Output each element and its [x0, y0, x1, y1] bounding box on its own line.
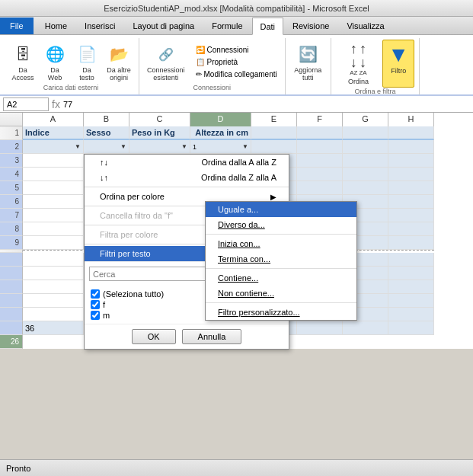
ribbon-btn-ordina[interactable]: ↑ ↓ AZ ↑ ↓ ZA Ordina [336, 40, 381, 88]
cell-7-h[interactable] [388, 209, 434, 222]
submenu-non-contiene[interactable]: Non contiene... [206, 286, 356, 301]
cell-2-g[interactable] [343, 140, 388, 154]
cell-2-e[interactable] [251, 140, 297, 154]
cell-b5-h[interactable] [388, 294, 434, 308]
cell-8-a[interactable] [23, 222, 84, 236]
cell-b6-h[interactable] [388, 308, 434, 321]
row-num-b1[interactable] [0, 253, 23, 267]
cell-1-h[interactable] [388, 126, 434, 140]
cell-8-h[interactable] [388, 222, 434, 236]
col-header-h[interactable]: H [388, 113, 434, 126]
cell-3-h[interactable] [388, 154, 434, 168]
tab-home[interactable]: Home [37, 18, 75, 34]
ribbon-small-btn-conn[interactable]: 🔁 Connessioni [193, 44, 280, 56]
ribbon-btn-altre[interactable]: 📂 Da altreorigini [104, 40, 134, 84]
tab-formule[interactable]: Formule [203, 18, 251, 34]
row-num-26[interactable]: 26 [0, 335, 23, 349]
row-num-b4[interactable] [0, 294, 23, 308]
sort-za-item[interactable]: ↓↑ Ordina dalla Z alla A [85, 170, 289, 185]
row-num-b5[interactable] [0, 308, 23, 321]
cell-b6-a[interactable] [23, 308, 84, 321]
row-num-8[interactable]: 8 [0, 222, 23, 236]
row-num-2[interactable]: 2 [0, 140, 23, 154]
cell-9-a[interactable] [23, 236, 84, 250]
check-m-input[interactable] [91, 311, 100, 320]
filter-dropdown-b[interactable]: ▼ [86, 143, 126, 150]
cell-b2-a[interactable] [23, 253, 84, 267]
tab-inserisci[interactable]: Inserisci [76, 18, 123, 34]
cell-1-e[interactable] [251, 126, 297, 140]
row-num-1[interactable]: 1 [0, 126, 23, 140]
filter-annulla-button[interactable]: Annulla [182, 329, 242, 344]
row-num-5[interactable]: 5 [0, 181, 23, 195]
sort-az-item[interactable]: ↑↓ Ordina dalla A alla Z [85, 155, 289, 170]
filter-dropdown-a[interactable]: ▼ [25, 143, 81, 150]
cell-b5-a[interactable] [23, 294, 84, 308]
ribbon-small-btn-mod[interactable]: ✏ Modifica collegamenti [193, 69, 280, 80]
cell-3-f[interactable] [297, 154, 343, 168]
submenu-contiene[interactable]: Contiene... [206, 270, 356, 286]
row-num-9[interactable]: 9 [0, 236, 23, 250]
check-all-input[interactable] [91, 289, 100, 299]
cell-4-h[interactable] [388, 168, 434, 181]
row-num-4[interactable]: 4 [0, 168, 23, 181]
cell-b4-h[interactable] [388, 280, 434, 294]
cell-26-g[interactable] [343, 321, 388, 335]
col-header-d[interactable]: D [190, 113, 251, 126]
cell-1-c[interactable]: Peso in Kg [129, 126, 190, 140]
tab-revisione[interactable]: Revisione [284, 18, 337, 34]
col-header-b[interactable]: B [84, 113, 129, 126]
cell-26-f[interactable] [297, 321, 343, 335]
cell-2-d[interactable]: 1▼ [190, 140, 251, 154]
filter-dropdown-d[interactable]: 1▼ [193, 143, 248, 151]
row-num-b3[interactable] [0, 280, 23, 294]
cell-1-d[interactable]: Altezza in cm [190, 126, 251, 140]
row-num-3[interactable]: 3 [0, 154, 23, 168]
cell-1-f[interactable] [297, 126, 343, 140]
cell-6-h[interactable] [388, 195, 434, 209]
submenu-uguale[interactable]: Uguale a... [206, 202, 356, 217]
cell-2-c[interactable]: ▼ [129, 140, 190, 154]
cell-26-h[interactable] [388, 321, 434, 335]
formula-input[interactable] [63, 100, 470, 109]
tab-layout[interactable]: Layout di pagina [124, 18, 203, 34]
submenu-personalizzato[interactable]: Filtro personalizzato... [206, 305, 356, 320]
row-num-b6[interactable] [0, 321, 23, 335]
cell-2-f[interactable] [297, 140, 343, 154]
filter-dropdown-c[interactable]: ▼ [132, 143, 187, 150]
cell-3-a[interactable] [23, 154, 84, 168]
cell-4-g[interactable] [343, 168, 388, 181]
ribbon-btn-aggiorna[interactable]: 🔄 Aggiornatutti [291, 40, 324, 91]
cell-1-b[interactable]: Sesso [84, 126, 129, 140]
cell-b3-a[interactable] [23, 267, 84, 280]
submenu-termina[interactable]: Termina con... [206, 251, 356, 267]
cell-5-g[interactable] [343, 181, 388, 195]
cell-2-h[interactable] [388, 140, 434, 154]
row-num-6[interactable]: 6 [0, 195, 23, 209]
cell-5-a[interactable] [23, 181, 84, 195]
cell-4-a[interactable] [23, 168, 84, 181]
cell-b4-a[interactable] [23, 280, 84, 294]
tab-file[interactable]: File [0, 18, 34, 34]
cell-b3-h[interactable] [388, 267, 434, 280]
col-header-a[interactable]: A [23, 113, 84, 126]
ribbon-btn-filtro[interactable]: ▼ Filtro [382, 40, 414, 88]
ribbon-btn-connessioni[interactable]: 🔗 Connessioniesistenti [144, 40, 188, 84]
cell-1-g[interactable] [343, 126, 388, 140]
cell-7-a[interactable] [23, 209, 84, 222]
tab-visualizza[interactable]: Visualizza [338, 18, 392, 34]
cell-b2-h[interactable] [388, 253, 434, 267]
cell-4-f[interactable] [297, 168, 343, 181]
cell-9-h[interactable] [388, 236, 434, 250]
filter-ok-button[interactable]: OK [132, 329, 176, 344]
cell-2-a[interactable]: ▼ [23, 140, 84, 154]
submenu-inizia[interactable]: Inizia con... [206, 236, 356, 251]
ribbon-btn-web[interactable]: 🌐 DaWeb [40, 40, 70, 84]
ribbon-btn-access[interactable]: 🗄 DaAccess [8, 40, 38, 84]
cell-6-a[interactable] [23, 195, 84, 209]
row-num-7[interactable]: 7 [0, 209, 23, 222]
ribbon-small-btn-prop[interactable]: 📋 Proprietà [193, 56, 280, 68]
col-header-e[interactable]: E [251, 113, 297, 126]
row-num-b2[interactable] [0, 267, 23, 280]
cell-26-a[interactable]: 36 [23, 321, 84, 335]
